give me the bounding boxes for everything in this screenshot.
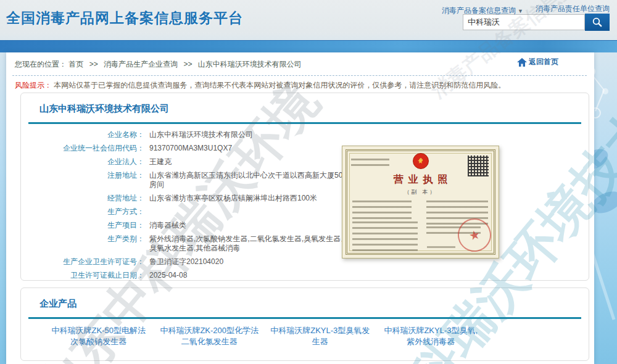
field-row-hygiene-license-no: 生产企业卫生许可证号： 鲁卫消证字202104020	[21, 257, 366, 267]
return-home-button[interactable]: 返回首页	[517, 57, 558, 67]
home-icon	[517, 58, 527, 67]
seal-star: ★	[468, 226, 482, 243]
field-row-credit-code: 企业统一社会信用代码： 91370700MA3M3U1QX7	[21, 144, 366, 153]
field-value	[149, 207, 353, 217]
site-title: 全国消毒产品网上备案信息服务平台	[6, 9, 243, 28]
field-label: 企业统一社会信用代码：	[21, 144, 144, 153]
product-list: 中科瑞沃牌ZK-50型电解法次氯酸钠发生器 中科瑞沃牌ZK-200型化学法二氧化…	[49, 325, 481, 347]
product-link-zk200[interactable]: 中科瑞沃牌ZK-200型化学法二氧化氯发生器	[160, 325, 260, 347]
page: 全国消毒产品网上备案信息服务平台 消毒产品备案信息查询▼ 消毒产品责任单位查询 …	[0, 0, 617, 364]
company-info-card: 山东中科瑞沃环境技术有限公司 企业名称： 山东中科瑞沃环境技术有限公司 企业统一…	[20, 93, 589, 281]
national-emblem-icon: ★	[413, 153, 429, 169]
field-row-registered-address: 注册地址： 山东省潍坊高新区玉清东街以北中心次干道以西高新大厦502房间	[21, 171, 366, 189]
dashed-divider	[12, 75, 587, 76]
business-license-image: ★ 营业执照 （副 本） ★	[342, 146, 499, 259]
field-value: 山东省潍坊高新区玉清东街以北中心次干道以西高新大厦502房间	[149, 171, 353, 189]
breadcrumb-separator: >>	[183, 60, 192, 68]
field-label: 经营地址：	[21, 194, 144, 203]
field-label: 企业名称：	[21, 130, 144, 139]
field-label: 生产方式：	[21, 207, 144, 217]
breadcrumb-category-link[interactable]: 消毒产品生产企业查询	[104, 60, 178, 68]
field-label: 企业法人：	[21, 157, 144, 167]
breadcrumb-prefix: 您现在的位置：	[15, 60, 67, 68]
field-value: 91370700MA3M3U1QX7	[149, 144, 353, 153]
search-input[interactable]	[463, 14, 585, 30]
license-text-lines	[352, 201, 412, 219]
main-panel: 您现在的位置： 首页 >> 消毒产品生产企业查询 >> 山东中科瑞沃环境技术有限…	[6, 52, 594, 364]
field-row-production-category: 生产类别： 紫外线消毒器,次氯酸钠发生器,二氧化氯发生器,臭氧发生器、臭氧水发生…	[21, 234, 366, 253]
field-label: 生产类别：	[21, 234, 144, 253]
field-value: 鲁卫消证字202104020	[149, 257, 353, 267]
company-title: 山东中科瑞沃环境技术有限公司	[39, 103, 169, 115]
product-link-zk50[interactable]: 中科瑞沃牌ZK-50型电解法次氯酸钠发生器	[49, 325, 149, 347]
section-rule	[28, 317, 581, 319]
return-home-label: 返回首页	[529, 57, 558, 67]
risk-notice-text: 本网站仅基于已掌握的信息提供查询服务，查询结果不代表本网站对被查询对象信用状况的…	[54, 81, 505, 89]
search-button[interactable]	[585, 14, 610, 31]
field-row-legal-person: 企业法人： 王建克	[21, 157, 366, 167]
field-row-business-address: 经营地址： 山东省潍坊市寒亭区双杨店镇阚淋埠出村路西100米	[21, 194, 366, 203]
field-label: 生产项目：	[21, 221, 144, 230]
license-subtitle: （副 本）	[342, 188, 499, 196]
license-scope-lines	[352, 221, 418, 251]
product-link-zkyl3-ozone[interactable]: 中科瑞沃牌ZKYL-3型臭氧发生器	[270, 325, 370, 347]
field-row-production-item: 生产项目： 消毒器械类	[21, 221, 366, 230]
field-value: 王建克	[149, 157, 353, 167]
field-row-production-mode: 生产方式：	[21, 207, 366, 217]
search-bar	[463, 14, 610, 31]
breadcrumb: 您现在的位置： 首页 >> 消毒产品生产企业查询 >> 山东中科瑞沃环境技术有限…	[15, 59, 302, 70]
qr-code	[468, 155, 489, 176]
risk-notice-label: 风险提示：	[15, 81, 52, 89]
field-label: 注册地址：	[21, 171, 144, 189]
section-rule	[28, 122, 581, 124]
search-icon	[592, 17, 603, 28]
field-value: 山东省潍坊市寒亭区双杨店镇阚淋埠出村路西100米	[149, 194, 353, 203]
field-value: 紫外线消毒器,次氯酸钠发生器,二氧化氯发生器,臭氧发生器、臭氧水发生器,其他器械…	[149, 234, 353, 253]
license-date-line	[427, 246, 455, 248]
risk-notice: 风险提示： 本网站仅基于已掌握的信息提供查询服务，查询结果不代表本网站对被查询对…	[15, 80, 505, 91]
field-value: 消毒器械类	[149, 221, 353, 230]
emblem-star: ★	[418, 158, 424, 165]
breadcrumb-current: 山东中科瑞沃环境技术有限公司	[198, 60, 302, 68]
company-fields: 企业名称： 山东中科瑞沃环境技术有限公司 企业统一社会信用代码： 9137070…	[21, 130, 366, 284]
chevron-down-icon: ▼	[518, 8, 523, 14]
license-code-lines	[351, 159, 389, 166]
breadcrumb-home-link[interactable]: 首页	[68, 60, 83, 68]
field-row-license-expiry-date: 卫生许可证截止日期： 2025-04-08	[21, 271, 366, 280]
products-title: 企业产品	[39, 298, 77, 310]
field-label: 卫生许可证截止日期：	[21, 271, 144, 280]
breadcrumb-separator: >>	[89, 60, 98, 68]
product-link-zkyl3-uv[interactable]: 中科瑞沃牌ZKYL-3型臭氧,紫外线消毒器	[381, 325, 481, 347]
field-row-company-name: 企业名称： 山东中科瑞沃环境技术有限公司	[21, 130, 366, 139]
field-value: 山东中科瑞沃环境技术有限公司	[149, 130, 353, 139]
field-value: 2025-04-08	[149, 271, 353, 280]
field-label: 生产企业卫生许可证号：	[21, 257, 144, 267]
header-divider-bar	[0, 40, 617, 52]
products-card: 企业产品 中科瑞沃牌ZK-50型电解法次氯酸钠发生器 中科瑞沃牌ZK-200型化…	[20, 287, 589, 361]
